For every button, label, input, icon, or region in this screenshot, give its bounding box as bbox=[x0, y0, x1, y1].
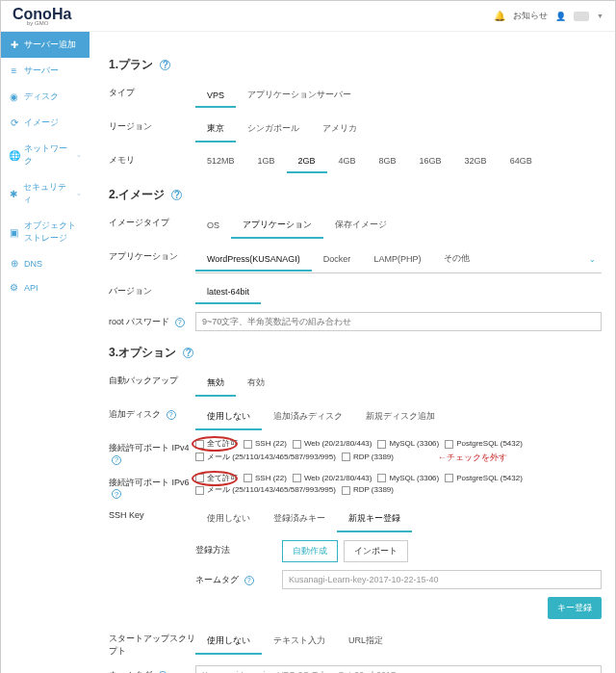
chevron-down-icon[interactable]: ⌄ bbox=[583, 255, 602, 264]
key-register-button[interactable]: キー登録 bbox=[548, 597, 602, 619]
image-icon: ⟳ bbox=[9, 117, 19, 128]
port4-label: 接続許可ポート IPv4 ? bbox=[109, 438, 195, 465]
sshkey-opt-new[interactable]: 新規キー登録 bbox=[337, 506, 412, 532]
bell-icon[interactable]: 🔔 bbox=[494, 11, 505, 21]
type-opt-vps[interactable]: VPS bbox=[195, 85, 236, 108]
port6-label: 接続許可ポート IPv6 ? bbox=[109, 473, 195, 500]
disk-opt-existing[interactable]: 追加済みディスク bbox=[262, 404, 354, 430]
port4-web[interactable]: Web (20/21/80/443) bbox=[293, 438, 372, 451]
help-icon[interactable]: ? bbox=[183, 348, 193, 358]
disk-opt-new[interactable]: 新規ディスク追加 bbox=[354, 404, 447, 430]
app-opt-wordpress[interactable]: WordPress(KUSANAGI) bbox=[195, 248, 312, 272]
mem-opt-512[interactable]: 512MB bbox=[195, 150, 246, 173]
mem-opt-8g[interactable]: 8GB bbox=[368, 150, 408, 173]
storage-icon: ▣ bbox=[9, 227, 19, 238]
port6-allow-all[interactable]: 全て許可 bbox=[195, 473, 238, 485]
app-label: アプリケーション bbox=[109, 246, 195, 263]
mem-opt-1g[interactable]: 1GB bbox=[246, 150, 287, 173]
port6-mysql[interactable]: MySQL (3306) bbox=[377, 473, 439, 485]
help-icon[interactable]: ? bbox=[112, 489, 121, 499]
backup-label: 自動バックアップ bbox=[109, 371, 195, 387]
regmethod-opt-import[interactable]: インポート bbox=[344, 540, 408, 562]
help-icon[interactable]: ? bbox=[175, 318, 185, 327]
sidebar-item-network[interactable]: 🌐ネットワーク⌄ bbox=[1, 136, 90, 174]
imgtype-opt-os[interactable]: OS bbox=[195, 215, 231, 238]
imgtype-label: イメージタイプ bbox=[109, 213, 195, 229]
nametag-input[interactable] bbox=[195, 665, 602, 673]
port6-ssh[interactable]: SSH (22) bbox=[244, 473, 287, 485]
help-icon[interactable]: ? bbox=[167, 410, 176, 420]
sidebar-item-dns[interactable]: ⊕DNS bbox=[1, 251, 90, 275]
imgtype-opt-app[interactable]: アプリケーション bbox=[231, 213, 323, 239]
region-opt-america[interactable]: アメリカ bbox=[311, 116, 369, 142]
nametag-key-label: ネームタグ ? bbox=[195, 570, 282, 586]
port6-mail[interactable]: メール (25/110/143/465/587/993/995) bbox=[195, 484, 336, 497]
api-icon: ⚙ bbox=[9, 282, 19, 293]
section-image-title: 2.イメージ ? bbox=[109, 187, 602, 203]
chevron-down-icon[interactable]: ▼ bbox=[597, 13, 603, 19]
startup-opt-text[interactable]: テキスト入力 bbox=[262, 629, 337, 655]
app-opt-docker[interactable]: Docker bbox=[312, 248, 363, 272]
port4-mysql[interactable]: MySQL (3306) bbox=[377, 438, 439, 451]
disk-opt-none[interactable]: 使用しない bbox=[195, 404, 262, 430]
mem-opt-2g[interactable]: 2GB bbox=[287, 150, 327, 173]
help-icon[interactable]: ? bbox=[160, 60, 170, 70]
port6-rdp[interactable]: RDP (3389) bbox=[342, 484, 394, 497]
network-icon: 🌐 bbox=[9, 150, 19, 161]
sshkey-opt-existing[interactable]: 登録済みキー bbox=[262, 506, 337, 532]
disk-icon: ◉ bbox=[9, 91, 19, 102]
help-icon[interactable]: ? bbox=[244, 576, 254, 585]
startup-label: スタートアップスクリプト bbox=[109, 629, 195, 658]
port6-postgres[interactable]: PostgreSQL (5432) bbox=[445, 473, 523, 485]
imgtype-opt-saved[interactable]: 保存イメージ bbox=[323, 213, 398, 239]
app-opt-other[interactable]: その他 bbox=[432, 246, 481, 272]
sshkey-opt-none[interactable]: 使用しない bbox=[195, 506, 262, 532]
backup-opt-off[interactable]: 無効 bbox=[195, 371, 236, 397]
annotation-text: ←チェックを外す bbox=[438, 451, 507, 464]
help-icon[interactable]: ? bbox=[112, 455, 121, 465]
app-opt-lamp[interactable]: LAMP(PHP) bbox=[362, 248, 432, 272]
user-icon[interactable]: 👤 bbox=[555, 12, 566, 21]
avatar[interactable] bbox=[574, 12, 589, 21]
disk-label: 追加ディスク ? bbox=[109, 404, 195, 421]
plus-icon: ✚ bbox=[9, 39, 19, 50]
sidebar-item-security[interactable]: ✱セキュリティ⌄ bbox=[1, 174, 90, 213]
rootpw-label: root パスワード ? bbox=[109, 312, 195, 328]
sidebar-item-image[interactable]: ⟳イメージ bbox=[1, 110, 90, 136]
port4-ssh[interactable]: SSH (22) bbox=[244, 438, 287, 451]
section-plan-title: 1.プラン ? bbox=[109, 57, 602, 73]
port4-rdp[interactable]: RDP (3389) bbox=[342, 452, 394, 464]
lock-icon: ✱ bbox=[9, 189, 18, 199]
memory-label: メモリ bbox=[109, 150, 195, 167]
version-opt[interactable]: latest-64bit bbox=[195, 281, 261, 304]
sshkey-label: SSH Key bbox=[109, 506, 195, 520]
mem-opt-16g[interactable]: 16GB bbox=[408, 150, 453, 173]
sidebar-item-api[interactable]: ⚙API bbox=[1, 275, 90, 299]
sidebar-item-add-server[interactable]: ✚サーバー追加 bbox=[1, 32, 90, 58]
port4-mail[interactable]: メール (25/110/143/465/587/993/995) bbox=[195, 452, 336, 464]
help-icon[interactable]: ? bbox=[171, 190, 182, 200]
type-opt-appserver[interactable]: アプリケーションサーバー bbox=[236, 83, 363, 109]
logo: ConoHa by GMO bbox=[13, 6, 71, 26]
version-label: バージョン bbox=[109, 281, 195, 298]
region-label: リージョン bbox=[109, 116, 195, 133]
port6-web[interactable]: Web (20/21/80/443) bbox=[293, 473, 372, 485]
port4-allow-all[interactable]: 全て許可 bbox=[195, 438, 238, 451]
dns-icon: ⊕ bbox=[9, 258, 19, 269]
mem-opt-4g[interactable]: 4GB bbox=[327, 150, 368, 173]
sidebar-item-server[interactable]: ≡サーバー bbox=[1, 58, 90, 84]
port4-postgres[interactable]: PostgreSQL (5432) bbox=[445, 438, 523, 451]
startup-opt-none[interactable]: 使用しない bbox=[195, 629, 262, 655]
rootpw-input[interactable] bbox=[195, 312, 602, 331]
sidebar-item-object-storage[interactable]: ▣オブジェクト ストレージ bbox=[1, 213, 90, 251]
notifications-link[interactable]: お知らせ bbox=[513, 10, 548, 22]
nametag-key-input[interactable] bbox=[282, 570, 602, 589]
sidebar-item-disk[interactable]: ◉ディスク bbox=[1, 84, 90, 110]
startup-opt-url[interactable]: URL指定 bbox=[337, 629, 395, 655]
mem-opt-32g[interactable]: 32GB bbox=[453, 150, 499, 173]
region-opt-tokyo[interactable]: 東京 bbox=[195, 116, 236, 142]
mem-opt-64g[interactable]: 64GB bbox=[499, 150, 544, 173]
region-opt-singapore[interactable]: シンガポール bbox=[236, 116, 311, 142]
backup-opt-on[interactable]: 有効 bbox=[236, 371, 276, 397]
regmethod-opt-auto[interactable]: 自動作成 bbox=[282, 540, 338, 562]
